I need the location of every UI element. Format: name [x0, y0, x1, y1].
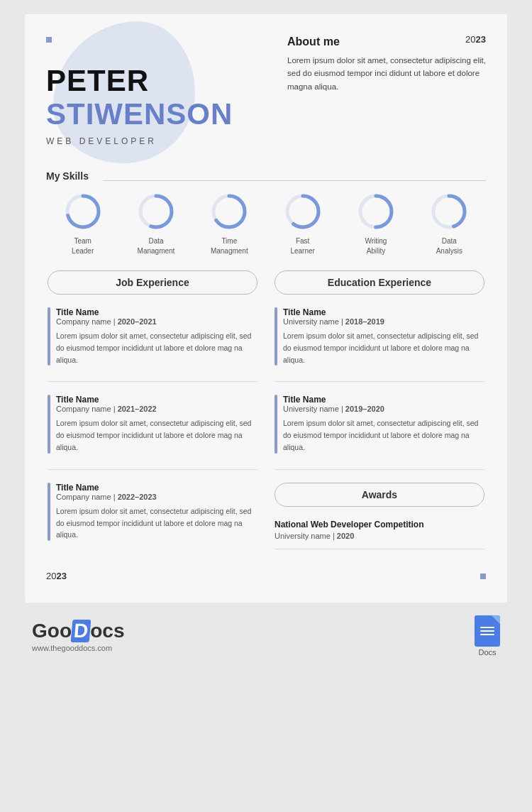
- exp-desc: Lorem ipsum dolor sit amet, consectetur …: [56, 417, 257, 453]
- d-letter: D: [71, 620, 92, 642]
- exp-meta: Company name | 2020–2021: [56, 317, 257, 326]
- skill-label-data-managment: DataManagment: [138, 236, 175, 256]
- exp-divider: [275, 381, 484, 382]
- docs-icon: Docs: [475, 615, 500, 657]
- left-col: Job Experience Title Name Company name |…: [39, 270, 266, 556]
- skills-row: TeamLeader DataManagment TimeManagment: [46, 192, 486, 256]
- resume-card: 2023 PETER STIWENSON WEB DEVELOPER About…: [25, 14, 507, 603]
- exp-title: Title Name: [283, 307, 484, 317]
- award-year: 2020: [337, 532, 354, 540]
- docs-line: [480, 634, 494, 635]
- page-wrapper: 2023 PETER STIWENSON WEB DEVELOPER About…: [0, 0, 532, 812]
- skill-circle-data-analysis: [430, 192, 468, 231]
- ocs-text: ocs: [90, 620, 124, 642]
- exp-bar: [48, 395, 50, 453]
- docs-line: [480, 627, 494, 628]
- exp-title: Title Name: [56, 395, 257, 405]
- exp-content: Title Name University name | 2018–2019 L…: [283, 307, 484, 366]
- year-bottom: 2023: [46, 571, 67, 581]
- exp-meta: Company name | 2022–2023: [56, 493, 257, 501]
- year-bottom-regular: 20: [46, 571, 56, 581]
- right-col: Education Experience Title Name Universi…: [266, 270, 493, 556]
- resume-footer: 2023: [25, 556, 507, 581]
- skill-label-data-analysis: DataAnalysis: [436, 236, 462, 256]
- exp-content: Title Name Company name | 2021–2022 Lore…: [56, 395, 257, 453]
- exp-meta: University name | 2018–2019: [283, 317, 484, 326]
- skill-team-leader: TeamLeader: [64, 192, 102, 256]
- award-meta: University name | 2020: [275, 532, 484, 540]
- skills-section: My Skills TeamLeader DataManagment: [25, 156, 507, 263]
- job-experience-header: Job Experience: [48, 270, 257, 295]
- education-experience-header: Education Experience: [275, 270, 484, 295]
- exp-desc: Lorem ipsum dolor sit amet, consectetur …: [56, 505, 257, 541]
- award-title: National Web Developer Competition: [275, 520, 484, 530]
- year-bottom-bold: 23: [56, 571, 66, 581]
- edu-item-1: Title Name University name | 2018–2019 L…: [275, 307, 484, 366]
- job-item-3: Title Name Company name | 2022–2023 Lore…: [48, 483, 257, 541]
- goo-text: Goo: [32, 620, 72, 642]
- exp-years: 2018–2019: [345, 317, 384, 326]
- goodocs-brand: GooDocs www.thegooddocs.com: [32, 620, 124, 652]
- job-item-1: Title Name Company name | 2020–2021 Lore…: [48, 307, 257, 366]
- exp-bar: [48, 483, 50, 541]
- skill-label-fast-learner: FastLearner: [290, 236, 314, 256]
- exp-meta: Company name | 2021–2022: [56, 405, 257, 413]
- goodocs-url: www.thegooddocs.com: [32, 644, 124, 652]
- exp-content: Title Name Company name | 2020–2021 Lore…: [56, 307, 257, 366]
- docs-icon-shape: [475, 615, 500, 647]
- docs-line: [480, 630, 494, 632]
- skill-label-time-managment: TimeManagment: [211, 236, 248, 256]
- exp-years: 2022–2023: [118, 493, 157, 501]
- skill-circle-team-leader: [64, 192, 102, 231]
- goodocs-logo: GooDocs: [32, 620, 124, 642]
- exp-years: 2021–2022: [118, 405, 157, 413]
- exp-title: Title Name: [283, 395, 484, 405]
- content-columns: Job Experience Title Name Company name |…: [25, 263, 507, 556]
- exp-divider: [48, 381, 257, 382]
- exp-bar: [275, 395, 277, 453]
- exp-meta: University name | 2019–2020: [283, 405, 484, 413]
- skill-circle-writing-ability: [357, 192, 395, 231]
- job-item-2: Title Name Company name | 2021–2022 Lore…: [48, 395, 257, 453]
- exp-content: Title Name Company name | 2022–2023 Lore…: [56, 483, 257, 541]
- edu-item-2: Title Name University name | 2019–2020 L…: [275, 395, 484, 453]
- skill-data-managment: DataManagment: [137, 192, 175, 256]
- exp-divider: [48, 469, 257, 470]
- exp-divider: [275, 469, 484, 470]
- skill-data-analysis: DataAnalysis: [430, 192, 468, 256]
- goodocs-footer: GooDocs www.thegooddocs.com Docs: [25, 603, 507, 657]
- about-title: About me: [287, 35, 486, 48]
- skill-circle-data-managment: [137, 192, 175, 231]
- exp-bar: [275, 307, 277, 366]
- exp-desc: Lorem ipsum dolor sit amet, consectetur …: [283, 330, 484, 366]
- about-text: Lorem ipsum dolor sit amet, consectetur …: [287, 54, 486, 93]
- about-block: About me Lorem ipsum dolor sit amet, con…: [287, 35, 486, 93]
- docs-label: Docs: [478, 648, 496, 657]
- skill-label-writing-ability: WritingAbility: [365, 236, 387, 256]
- skill-circle-fast-learner: [284, 192, 322, 231]
- award-divider: [275, 549, 484, 549]
- skill-writing-ability: WritingAbility: [357, 192, 395, 256]
- decorative-square-bottom: [480, 574, 486, 579]
- awards-header: Awards: [275, 483, 484, 507]
- last-name: STIWENSON: [46, 98, 486, 131]
- exp-years: 2019–2020: [345, 405, 384, 413]
- top-section: 2023 PETER STIWENSON WEB DEVELOPER About…: [25, 14, 507, 156]
- exp-content: Title Name University name | 2019–2020 L…: [283, 395, 484, 453]
- exp-years: 2020–2021: [118, 317, 157, 326]
- job-title: WEB DEVELOPER: [46, 136, 486, 146]
- exp-title: Title Name: [56, 307, 257, 317]
- exp-desc: Lorem ipsum dolor sit amet, consectetur …: [283, 417, 484, 453]
- skill-circle-time-managment: [210, 192, 248, 231]
- skill-label-team-leader: TeamLeader: [72, 236, 94, 256]
- skill-time-managment: TimeManagment: [210, 192, 248, 256]
- skill-fast-learner: FastLearner: [284, 192, 322, 256]
- awards-block: National Web Developer Competition Unive…: [275, 520, 484, 549]
- exp-desc: Lorem ipsum dolor sit amet, consectetur …: [56, 330, 257, 366]
- exp-title: Title Name: [56, 483, 257, 493]
- docs-lines: [480, 627, 494, 635]
- exp-bar: [48, 307, 50, 366]
- skills-divider: [103, 180, 486, 181]
